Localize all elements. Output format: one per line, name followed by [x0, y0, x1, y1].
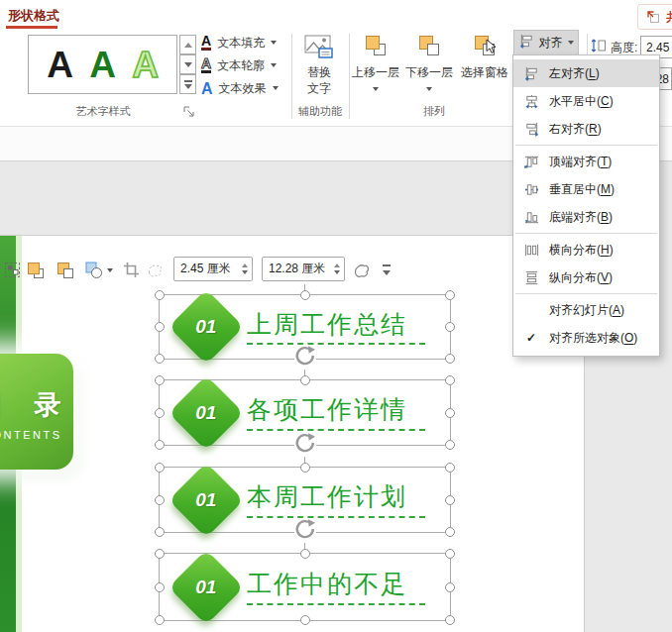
menu-separator	[515, 145, 657, 146]
toc-subtitle: CONTENTS	[0, 429, 62, 441]
resize-handle[interactable]	[445, 527, 455, 537]
resize-handle[interactable]	[300, 290, 310, 300]
align-top-icon	[522, 155, 540, 169]
spinner-arrows-icon[interactable]	[238, 263, 252, 274]
menu-item-center-vertical[interactable]: 垂直居中(M)	[513, 175, 659, 203]
resize-handle[interactable]	[445, 375, 455, 385]
checkmark-icon: ✓	[522, 331, 540, 345]
bring-forward-icon	[363, 33, 389, 62]
resize-handle[interactable]	[155, 322, 165, 332]
toc-item-text[interactable]: 工作中的不足	[247, 568, 407, 600]
number-badge: 01	[168, 549, 244, 624]
resize-handle[interactable]	[445, 440, 455, 450]
text-outline-button[interactable]: A 文本轮廓	[201, 55, 277, 75]
accessibility-group-label: 辅助功能	[293, 104, 347, 119]
bring-forward-button[interactable]: 上移一层	[353, 33, 398, 91]
resize-handle[interactable]	[155, 549, 165, 559]
toc-item-text[interactable]: 上周工作总结	[247, 307, 407, 340]
down-arrow-icon	[184, 84, 192, 89]
selection-pane-button[interactable]: 选择窗格	[460, 33, 509, 81]
dashed-underline	[247, 603, 425, 605]
spinner-arrows-icon[interactable]	[330, 263, 344, 274]
text-fill-button[interactable]: A 文本填充	[201, 33, 277, 53]
resize-handle[interactable]	[300, 549, 310, 559]
menu-item-align-to-slide[interactable]: 对齐幻灯片(A)	[513, 296, 659, 324]
resize-handle[interactable]	[445, 408, 455, 418]
resize-handle[interactable]	[155, 440, 165, 450]
wordart-gallery[interactable]: A A A	[28, 35, 177, 94]
wordart-style-green[interactable]: A	[89, 47, 116, 83]
edit-shape-icon	[147, 262, 164, 278]
resize-handle[interactable]	[155, 354, 165, 364]
width-spinbox[interactable]: 12.28 厘米	[262, 257, 345, 281]
resize-handle[interactable]	[155, 527, 165, 537]
toc-title: 目 录	[0, 387, 73, 423]
resize-handle[interactable]	[445, 615, 455, 625]
gallery-scroll	[179, 35, 196, 94]
menu-item-align-bottom[interactable]: 底端对齐(B)	[513, 203, 659, 231]
shape-icon[interactable]	[353, 262, 371, 279]
menu-item-align-selected-objects[interactable]: ✓ 对齐所选对象(O)	[513, 324, 659, 352]
menu-item-align-left[interactable]: 左对齐(L)	[513, 59, 659, 87]
resize-handle[interactable]	[155, 375, 165, 385]
slide[interactable]: 目 录 CONTENTS 01 上周工作总结 01 各项工作详情 01	[0, 236, 584, 632]
resize-handle[interactable]	[155, 615, 165, 625]
menu-item-distribute-vertically[interactable]: 纵向分布(V)	[513, 263, 659, 291]
resize-handle[interactable]	[445, 322, 455, 332]
menu-item-distribute-horizontally[interactable]: 横向分布(H)	[513, 236, 659, 263]
resize-handle[interactable]	[300, 463, 310, 473]
toolbar-more-icon[interactable]	[383, 264, 391, 275]
bring-forward-icon[interactable]	[27, 262, 45, 279]
text-effects-button[interactable]: A 文本效果	[201, 78, 279, 98]
active-tab-underline	[6, 26, 57, 29]
chevron-down-icon[interactable]	[107, 268, 113, 272]
share-button[interactable]: 共享	[637, 4, 672, 30]
resize-handle[interactable]	[155, 408, 165, 418]
arrange-objects-icon[interactable]	[4, 262, 21, 278]
resize-handle[interactable]	[445, 463, 455, 473]
wordart-style-light-green[interactable]: A	[132, 47, 159, 83]
center-vertical-icon	[522, 182, 540, 197]
resize-handle[interactable]	[445, 495, 455, 505]
wordart-style-black[interactable]: A	[47, 47, 73, 83]
menu-item-center-horizontal[interactable]: 水平居中(C)	[513, 87, 659, 115]
menu-item-align-top[interactable]: 顶端对齐(T)	[513, 148, 659, 175]
resize-handle[interactable]	[445, 290, 455, 300]
resize-handle[interactable]	[300, 375, 310, 385]
more-bar-icon	[184, 80, 192, 82]
dashed-underline	[247, 343, 425, 345]
resize-handle[interactable]	[300, 615, 310, 625]
rotate-handle[interactable]	[293, 431, 317, 455]
resize-handle[interactable]	[155, 582, 165, 592]
align-icon	[519, 34, 534, 53]
toc-item-text[interactable]: 本周工作计划	[247, 480, 407, 513]
resize-handle[interactable]	[445, 582, 455, 592]
rotate-handle[interactable]	[293, 517, 317, 541]
height-spinbox[interactable]: 2.45 厘米	[173, 257, 253, 281]
resize-handle[interactable]	[445, 354, 455, 364]
toc-title-box[interactable]: 目 录 CONTENTS	[0, 354, 73, 470]
tab-shape-format[interactable]: 形状格式	[8, 7, 59, 25]
resize-handle[interactable]	[155, 495, 165, 505]
resize-handle[interactable]	[445, 549, 455, 559]
gallery-more-button[interactable]	[179, 74, 196, 94]
align-left-icon	[522, 66, 540, 81]
alt-text-button[interactable]: 替换 文字	[295, 35, 343, 97]
toc-item-text[interactable]: 各项工作详情	[247, 393, 407, 426]
crop-icon[interactable]	[123, 262, 140, 278]
down-arrow-icon	[184, 62, 192, 67]
resize-handle[interactable]	[155, 463, 165, 473]
send-backward-button[interactable]: 下移一层	[406, 33, 452, 91]
align-button[interactable]: 对齐	[513, 30, 579, 55]
rotate-handle[interactable]	[293, 344, 317, 368]
menu-item-align-right[interactable]: 右对齐(R)	[513, 115, 659, 143]
merge-shapes-icon[interactable]	[85, 262, 103, 279]
send-backward-icon[interactable]	[56, 262, 74, 279]
toc-item-box-4[interactable]: 01 工作中的不足	[159, 553, 451, 621]
number-badge: 01	[168, 374, 244, 450]
up-arrow-icon	[184, 43, 192, 48]
gallery-scroll-down-button[interactable]	[179, 54, 196, 74]
resize-handle[interactable]	[155, 290, 165, 300]
dialog-launcher-icon[interactable]	[183, 104, 195, 116]
gallery-scroll-up-button[interactable]	[179, 35, 196, 54]
